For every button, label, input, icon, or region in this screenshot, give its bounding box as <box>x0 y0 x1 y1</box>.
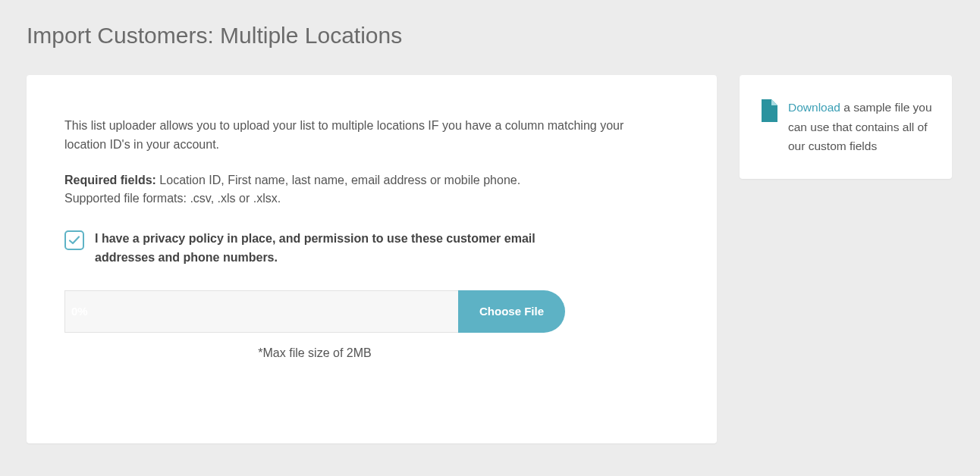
privacy-consent-label: I have a privacy policy in place, and pe… <box>95 230 580 268</box>
checkmark-icon <box>68 234 80 246</box>
sample-file-card: Download a sample file you can use that … <box>740 75 952 179</box>
upload-row: 0% Choose File <box>64 290 565 333</box>
requirements-block: Required fields: Location ID, First name… <box>64 171 679 209</box>
description-text: This list uploader allows you to upload … <box>64 117 641 155</box>
max-file-size-note: *Max file size of 2MB <box>64 346 565 360</box>
privacy-consent-checkbox[interactable] <box>64 230 84 250</box>
required-fields-text: Location ID, First name, last name, emai… <box>156 174 520 186</box>
choose-file-button[interactable]: Choose File <box>458 290 565 333</box>
upload-card: This list uploader allows you to upload … <box>27 75 717 443</box>
page-title: Import Customers: Multiple Locations <box>27 23 953 49</box>
file-icon <box>759 99 777 122</box>
supported-formats-text: Supported file formats: .csv, .xls or .x… <box>64 192 281 205</box>
upload-progress: 0% <box>64 290 458 333</box>
download-sample-link[interactable]: Download <box>788 101 840 114</box>
content-area: This list uploader allows you to upload … <box>27 75 953 443</box>
consent-row: I have a privacy policy in place, and pe… <box>64 230 679 268</box>
sample-file-text: Download a sample file you can use that … <box>788 98 932 156</box>
required-fields-label: Required fields: <box>64 174 156 186</box>
